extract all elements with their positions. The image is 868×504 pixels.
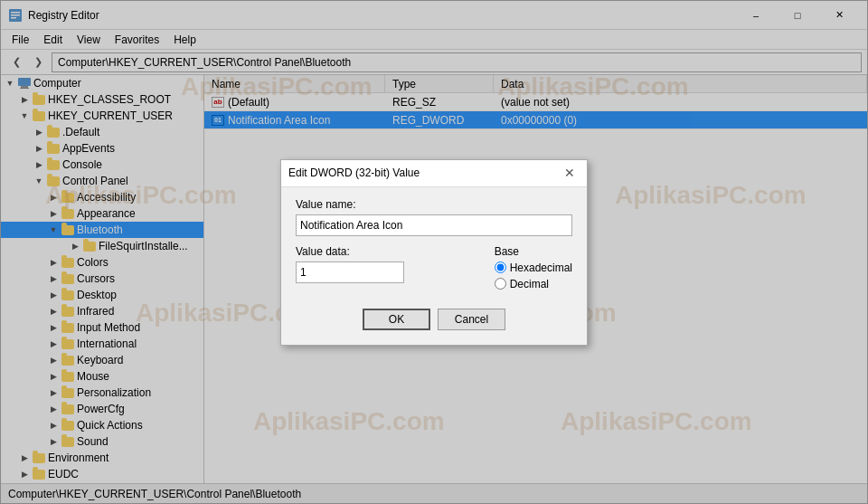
modal-title-bar: Edit DWORD (32-bit) Value ✕ (281, 160, 587, 187)
edit-dword-dialog: Edit DWORD (32-bit) Value ✕ Value name: … (280, 159, 588, 346)
modal-title: Edit DWORD (32-bit) Value (288, 166, 560, 179)
radio-dec-label: Decimal (510, 278, 549, 290)
radio-hex-label: Hexadecimal (510, 262, 572, 274)
value-name-input[interactable] (296, 214, 572, 236)
base-label: Base (495, 245, 572, 258)
modal-body: Value name: Value data: Base Hexadecimal (281, 187, 587, 345)
modal-close-button[interactable]: ✕ (560, 163, 580, 183)
value-data-label: Value data: (296, 245, 480, 258)
ok-button[interactable]: OK (363, 309, 430, 330)
cancel-button[interactable]: Cancel (438, 309, 505, 330)
radio-decimal[interactable]: Decimal (495, 278, 572, 290)
value-data-input[interactable] (296, 262, 404, 283)
base-section: Base Hexadecimal Decimal (495, 245, 572, 294)
radio-hex-input[interactable] (495, 262, 506, 273)
modal-buttons: OK Cancel (296, 303, 572, 334)
modal-data-row: Value data: Base Hexadecimal Decimal (296, 245, 572, 294)
radio-hexadecimal[interactable]: Hexadecimal (495, 262, 572, 274)
radio-dec-input[interactable] (495, 278, 506, 290)
value-data-section: Value data: (296, 245, 480, 294)
value-name-label: Value name: (296, 198, 572, 211)
modal-overlay: Edit DWORD (32-bit) Value ✕ Value name: … (0, 0, 868, 504)
